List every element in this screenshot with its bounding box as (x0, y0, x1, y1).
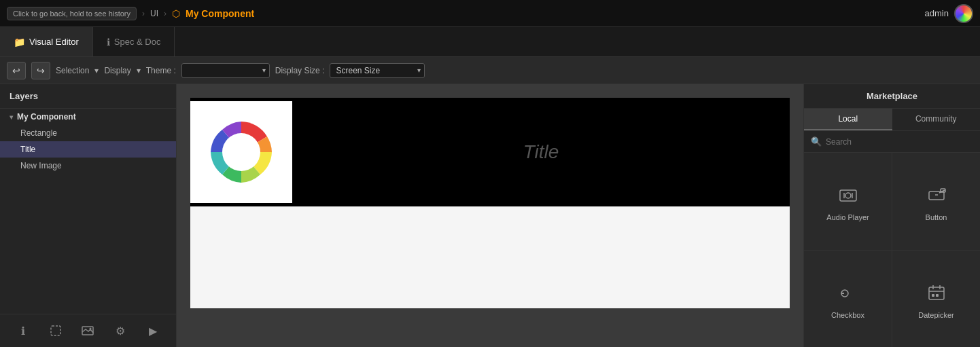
display-size-label: Display Size : (275, 66, 325, 75)
marketplace-tab-local[interactable]: Local (804, 109, 892, 130)
marketplace-panel: Marketplace Local Community 🔍 Au (803, 84, 980, 347)
layer-item-my-component[interactable]: ▾ My Component (0, 109, 176, 125)
layer-item-rectangle[interactable]: Rectangle (0, 125, 176, 141)
layer-item-new-image[interactable]: New Image (0, 158, 176, 174)
layer-label-my-component: My Component (17, 112, 76, 122)
display-size-select[interactable]: Screen Size (330, 63, 425, 78)
preview-white-section (190, 206, 790, 308)
main-layout: Layers ▾ My Component Rectangle Title Ne… (0, 84, 980, 347)
top-nav-right: admin (925, 4, 973, 23)
canvas-content: Title (190, 98, 790, 333)
preview-black-section: Title (190, 98, 790, 206)
theme-select[interactable] (181, 63, 270, 78)
marketplace-item-button[interactable]: Button (892, 153, 980, 250)
footer-selection-icon[interactable] (45, 320, 67, 342)
button-label: Button (926, 213, 947, 221)
layer-label-rectangle: Rectangle (20, 128, 57, 138)
marketplace-item-checkbox[interactable]: Checkbox (804, 251, 892, 348)
footer-image-icon[interactable] (77, 320, 99, 342)
marketplace-header: Marketplace (804, 84, 980, 109)
selection-label: Selection (56, 66, 89, 75)
marketplace-tab-community[interactable]: Community (892, 109, 981, 130)
display-label: Display (104, 66, 130, 75)
color-wheel-icon (204, 115, 279, 189)
datepicker-icon (924, 281, 949, 306)
svg-point-2 (90, 328, 92, 330)
admin-avatar[interactable] (954, 4, 973, 23)
layer-expand-icon: ▾ (10, 113, 13, 121)
breadcrumb-ui[interactable]: UI (150, 9, 158, 18)
tab-bar: 📁 Visual Editor ℹ Spec & Doc (0, 27, 980, 57)
search-input[interactable] (826, 137, 973, 147)
breadcrumb-current: My Component (186, 8, 254, 19)
marketplace-tabs: Local Community (804, 109, 980, 131)
layer-label-title: Title (20, 145, 35, 154)
tab-visual-editor[interactable]: 📁 Visual Editor (0, 27, 93, 56)
marketplace-grid: Audio Player Button (804, 153, 980, 347)
back-button[interactable]: Click to go back, hold to see history (7, 7, 137, 20)
datepicker-label: Datepicker (918, 311, 954, 319)
layers-header: Layers (0, 84, 176, 109)
marketplace-search-bar: 🔍 (804, 131, 980, 153)
layers-footer: ℹ ⚙ ▶ (0, 314, 176, 347)
footer-info-icon[interactable]: ℹ (12, 320, 34, 342)
tab-visual-editor-label: Visual Editor (29, 37, 79, 47)
marketplace-item-datepicker[interactable]: Datepicker (892, 251, 980, 348)
component-thumbnail (190, 101, 292, 203)
selection-dropdown-arrow: ▾ (94, 66, 99, 75)
button-icon (924, 183, 949, 208)
top-nav: Click to go back, hold to see history › … (0, 0, 980, 27)
layers-panel: Layers ▾ My Component Rectangle Title Ne… (0, 84, 177, 347)
svg-rect-17 (932, 294, 934, 297)
audio-player-icon (836, 183, 860, 208)
info-icon: ℹ (107, 37, 110, 48)
canvas-area[interactable]: Title (177, 84, 803, 347)
breadcrumb-sep1: › (142, 9, 145, 18)
layer-item-title[interactable]: Title (0, 141, 176, 158)
redo-button[interactable]: ↪ (31, 62, 50, 79)
theme-label: Theme : (146, 66, 176, 75)
display-size-dropdown-wrap[interactable]: Screen Size ▾ (330, 63, 425, 78)
undo-button[interactable]: ↩ (7, 62, 26, 79)
admin-label: admin (925, 8, 949, 18)
folder-icon: 📁 (14, 37, 25, 48)
svg-rect-18 (936, 294, 939, 297)
svg-rect-0 (51, 326, 60, 335)
checkbox-label: Checkbox (831, 311, 864, 319)
theme-dropdown-wrap[interactable]: ▾ (181, 63, 270, 78)
svg-rect-13 (929, 287, 944, 299)
layer-label-new-image: New Image (20, 161, 62, 170)
audio-player-label: Audio Player (826, 213, 869, 221)
footer-settings-icon[interactable]: ⚙ (109, 320, 131, 342)
toolbar: ↩ ↪ Selection ▾ Display ▾ Theme : ▾ Disp… (0, 57, 980, 84)
svg-point-6 (845, 193, 851, 198)
footer-play-icon[interactable]: ▶ (142, 320, 164, 342)
display-dropdown-arrow: ▾ (137, 66, 141, 75)
canvas-title: Title (292, 141, 790, 163)
tab-spec-doc[interactable]: ℹ Spec & Doc (93, 27, 175, 56)
checkbox-icon (836, 281, 860, 306)
svg-rect-5 (840, 190, 856, 201)
breadcrumb-sep2: › (164, 9, 167, 18)
tab-spec-doc-label: Spec & Doc (114, 37, 161, 47)
svg-rect-9 (929, 191, 944, 200)
component-icon: ⬡ (172, 8, 180, 19)
search-icon: 🔍 (811, 136, 822, 147)
marketplace-item-audio-player[interactable]: Audio Player (804, 153, 892, 250)
